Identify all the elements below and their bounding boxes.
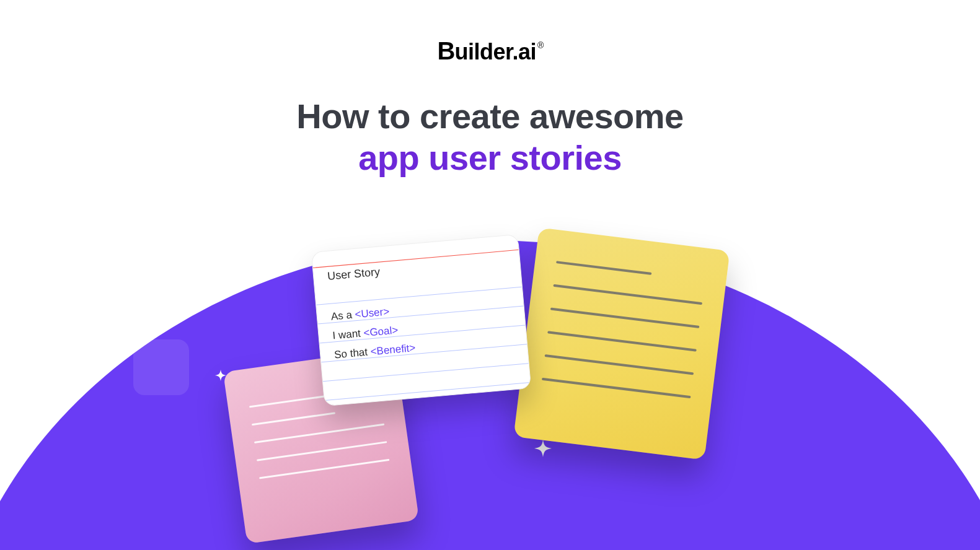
row-label: I want (332, 327, 364, 341)
decorative-glass-square (133, 339, 189, 395)
note-line (542, 378, 691, 398)
page-title: How to create awesome app user stories (0, 96, 980, 178)
note-line (249, 395, 333, 408)
index-card-red-rule (313, 250, 519, 268)
note-line (547, 331, 697, 351)
row-label: So that (334, 346, 371, 360)
note-line (545, 354, 694, 375)
note-line (257, 441, 387, 461)
index-card-user-story: User Story As a <User> I want <Goal> So … (311, 234, 532, 406)
title-line-1: How to create awesome (0, 96, 980, 136)
note-line (259, 459, 389, 479)
note-line (556, 261, 651, 275)
brand-logo-registered: ® (537, 40, 544, 50)
row-label: As a (330, 308, 355, 322)
note-line (553, 284, 702, 305)
note-line (254, 423, 384, 443)
row-tag-user: <User> (355, 305, 390, 320)
row-tag-goal: <Goal> (363, 324, 399, 339)
title-line-2: app user stories (0, 138, 980, 178)
note-line (252, 412, 335, 426)
brand-logo: B uilder.ai ® (438, 37, 543, 65)
note-card-yellow (513, 227, 730, 460)
note-line (550, 308, 700, 328)
brand-logo-rest: uilder.ai (455, 39, 537, 65)
brand-logo-b: B (438, 37, 455, 65)
hero-graphic: B uilder.ai ® How to create awesome app … (0, 0, 980, 550)
